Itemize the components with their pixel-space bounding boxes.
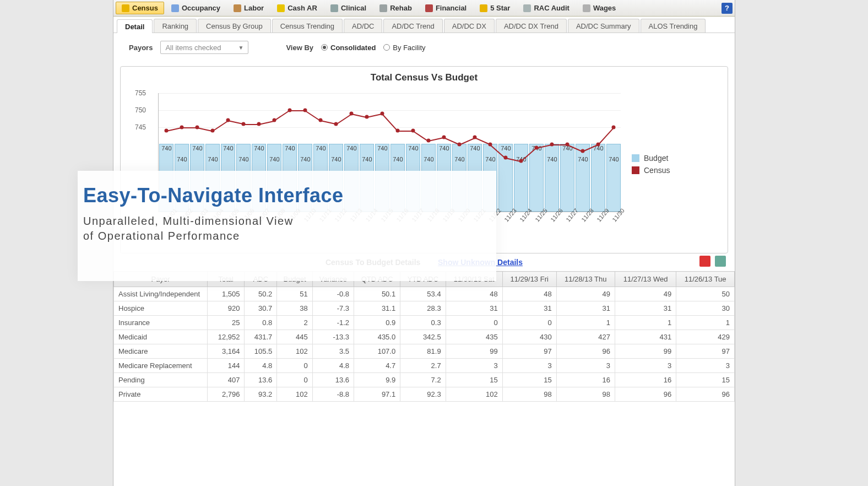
data-cell: 1 — [556, 316, 615, 330]
tab-ad-dc-trend[interactable]: AD/DC Trend — [383, 19, 442, 33]
table-row[interactable]: Medicaid12,952431.7445-13.3435.0342.5435… — [114, 330, 735, 344]
data-cell: 97.1 — [354, 387, 400, 402]
tab-ad-dc-summary[interactable]: AD/DC Summary — [568, 19, 639, 33]
subtab-bar: DetailRankingCensus By GroupCensus Trend… — [113, 17, 735, 33]
data-cell: 2 — [277, 316, 312, 330]
data-cell: 430 — [502, 330, 556, 344]
toolbar-cash-ar[interactable]: Cash AR — [271, 2, 323, 14]
data-cell: 99 — [446, 344, 502, 359]
census-point — [396, 128, 400, 132]
table-row[interactable]: Medicare Replacement1444.804.84.72.73333… — [114, 359, 735, 373]
data-cell: 98 — [556, 387, 615, 402]
data-cell: 31 — [615, 301, 676, 316]
table-row[interactable]: Insurance250.82-1.20.90.300111 — [114, 316, 735, 330]
census-point — [519, 159, 523, 163]
data-cell: 49 — [556, 287, 615, 301]
census-point — [381, 112, 384, 116]
toolbar-labor[interactable]: Labor — [227, 2, 270, 14]
data-cell: 49 — [615, 287, 676, 301]
toolbar-financial[interactable]: Financial — [419, 2, 473, 14]
table-row[interactable]: Assist Living/Independent1,50550.251-0.8… — [114, 287, 735, 301]
census-line-segment — [335, 114, 351, 125]
data-cell: 0.8 — [245, 316, 277, 330]
data-cell: 50.1 — [354, 287, 400, 301]
data-cell: 13.6 — [245, 373, 277, 387]
data-cell: -13.3 — [312, 330, 354, 344]
census-point — [242, 122, 246, 126]
table-row[interactable]: Pending40713.6013.69.97.21515161615 — [114, 373, 735, 387]
main-toolbar: CensusOccupancyLaborCash ARClinicalRehab… — [113, 0, 735, 17]
census-point — [257, 122, 261, 126]
tab-alos-trending[interactable]: ALOS Trending — [641, 19, 706, 33]
data-cell: 1 — [676, 316, 735, 330]
toolbar-label: Cash AR — [287, 4, 317, 12]
bar-value-label: 740 — [313, 145, 328, 152]
tab-detail[interactable]: Detail — [117, 19, 153, 33]
bar-value-label: 740 — [252, 145, 266, 152]
data-cell: 0.9 — [354, 316, 400, 330]
data-cell: 4.7 — [354, 359, 400, 373]
data-cell: 9.9 — [354, 373, 400, 387]
y-tick-label: 745 — [135, 123, 146, 131]
toolbar-label: Wages — [593, 4, 616, 12]
table-row[interactable]: Medicare3,164105.51023.5107.081.99997969… — [114, 344, 735, 359]
tab-ranking[interactable]: Ranking — [154, 19, 197, 33]
column-header[interactable]: 11/26/13 Tue — [676, 272, 735, 287]
table-row[interactable]: Hospice92030.738-7.331.128.33131313130 — [114, 301, 735, 316]
payor-cell: Medicare Replacement — [114, 359, 208, 373]
toolbar-rac-audit[interactable]: RAC Audit — [517, 2, 576, 14]
table-row[interactable]: Private2,79693.2102-8.897.192.3102989896… — [114, 387, 735, 402]
census-point — [473, 136, 477, 139]
census-point — [596, 142, 600, 146]
toolbar-rehab[interactable]: Rehab — [373, 2, 418, 14]
toolbar-5-star[interactable]: 5 Star — [474, 2, 516, 14]
toolbar-census[interactable]: Census — [116, 2, 164, 14]
fin-icon — [425, 4, 433, 12]
bar-value-label: 740 — [390, 156, 405, 163]
census-point — [535, 145, 539, 149]
star-icon — [480, 4, 487, 12]
data-cell: 31.1 — [354, 301, 400, 316]
chevron-down-icon: ▼ — [238, 45, 243, 51]
data-cell: 31 — [502, 301, 556, 316]
bar-value-label: 740 — [406, 145, 420, 152]
census-point — [427, 139, 431, 143]
data-cell: 107.0 — [354, 344, 400, 359]
cash-icon — [277, 4, 285, 12]
export-pdf-icon[interactable] — [699, 256, 710, 267]
data-cell: 81.9 — [400, 344, 446, 359]
data-cell: 51 — [277, 287, 312, 301]
data-cell: 25 — [208, 316, 245, 330]
data-cell: 13.6 — [312, 373, 354, 387]
toolbar-clinical[interactable]: Clinical — [324, 2, 372, 14]
help-icon[interactable]: ? — [721, 3, 733, 14]
budget-bar — [545, 144, 558, 212]
export-excel-icon[interactable] — [715, 256, 726, 267]
overlay-title: Easy-To-Navigate Interface — [83, 184, 481, 207]
payor-cell: Medicare — [114, 344, 208, 359]
tab-ad-dc-dx[interactable]: AD/DC DX — [444, 19, 495, 33]
census-point — [411, 128, 415, 132]
tab-census-by-group[interactable]: Census By Group — [198, 19, 271, 33]
data-cell: 0.3 — [400, 316, 446, 330]
column-header[interactable]: 11/28/13 Thu — [556, 272, 615, 287]
payors-label: Payors — [129, 44, 153, 52]
radio-consolidated[interactable]: Consolidated — [321, 44, 376, 52]
data-cell: 0 — [502, 316, 556, 330]
tab-census-trending[interactable]: Census Trending — [272, 19, 343, 33]
rehab-icon — [379, 4, 387, 12]
payors-dropdown[interactable]: All items checked ▼ — [160, 41, 248, 54]
column-header[interactable]: 11/29/13 Fri — [502, 272, 556, 287]
radio-byfacility[interactable]: By Facility — [383, 44, 425, 52]
toolbar-wages[interactable]: Wages — [577, 2, 622, 14]
toolbar-occupancy[interactable]: Occupancy — [165, 2, 226, 14]
data-cell: 435 — [446, 330, 502, 344]
column-header[interactable]: 11/27/13 Wed — [615, 272, 676, 287]
clinical-icon — [330, 4, 338, 12]
tab-ad-dc[interactable]: AD/DC — [344, 19, 382, 33]
data-cell: -0.8 — [312, 287, 354, 301]
bar-value-label: 740 — [344, 145, 359, 152]
tab-ad-dc-dx-trend[interactable]: AD/DC DX Trend — [496, 19, 567, 33]
census-point — [334, 122, 338, 126]
data-cell: 16 — [615, 373, 676, 387]
